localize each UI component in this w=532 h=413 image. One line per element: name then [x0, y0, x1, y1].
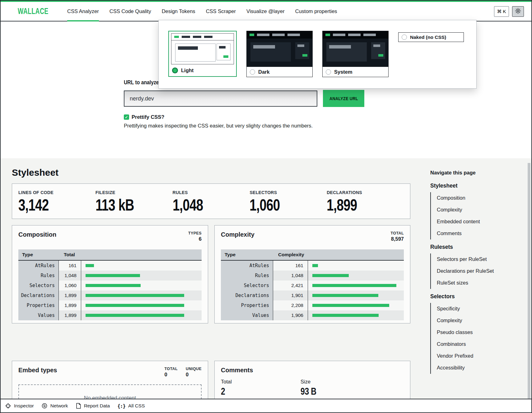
tab-css-scraper[interactable]: CSS Scraper — [206, 2, 236, 21]
row-value: 161 — [273, 261, 308, 271]
row-type: Properties — [221, 300, 273, 310]
page-toc: Navigate this page StylesheetComposition… — [430, 170, 508, 374]
prettify-checkbox[interactable]: ✓ — [124, 114, 129, 120]
tab-design-tokens[interactable]: Design Tokens — [162, 2, 195, 21]
theme-option-system[interactable]: System — [322, 31, 389, 77]
scrollbar-thumb[interactable] — [528, 163, 530, 399]
tab-css-analyzer[interactable]: CSS Analyzer — [67, 2, 99, 21]
toc-item[interactable]: RuleSet sizes — [431, 277, 508, 289]
tab-custom-properties[interactable]: Custom properties — [295, 2, 337, 21]
toc-item[interactable]: Complexity — [431, 204, 508, 216]
page-title: Stylesheet — [12, 167, 58, 178]
stylesheet-stats-card: LINES OF CODE 3,142FILESIZE 113 kBRULES … — [12, 183, 410, 219]
document-icon — [76, 403, 81, 409]
toc-item[interactable]: Comments — [431, 228, 508, 239]
dark-theme-preview — [247, 31, 312, 67]
theme-option-naked[interactable]: Naked (no CSS) — [398, 32, 464, 42]
toc-item[interactable]: Declarations per RuleSet — [431, 265, 508, 277]
embed-total-label: TOTAL — [164, 367, 178, 371]
toc-item-group: SpecificityComplexityPseudo classesCombi… — [430, 303, 508, 374]
column-header-total: Total — [59, 249, 202, 260]
row-type: Selectors — [221, 281, 273, 290]
value-bar — [312, 314, 379, 317]
table-row: Values 1,906 — [221, 310, 404, 320]
table-row: Properties 1,899 — [18, 300, 202, 310]
row-bar-cell — [308, 281, 404, 290]
command-palette-button[interactable]: ⌘ K — [494, 6, 509, 17]
stat: DECLARATIONS 1,899 — [327, 190, 404, 214]
table-row: Selectors 2,421 — [221, 281, 404, 290]
value-bar — [312, 284, 396, 287]
total-label: TOTAL — [390, 231, 404, 235]
table-row: Rules 1,048 — [18, 271, 202, 281]
value-bar — [86, 264, 94, 267]
row-bar-cell — [308, 300, 404, 310]
value-bar — [312, 264, 318, 267]
comments-size-value: 93 B — [301, 386, 316, 397]
table-row: Selectors 1,060 — [18, 281, 202, 290]
stat-label: DECLARATIONS — [327, 190, 404, 195]
toc-item[interactable]: Selectors per RuleSet — [431, 253, 508, 265]
theme-option-dark[interactable]: Dark — [246, 31, 313, 77]
row-type: Selectors — [18, 281, 59, 290]
row-bar-cell — [81, 310, 202, 320]
row-bar-cell — [81, 290, 202, 300]
analyze-url-button[interactable]: ANALYZE URL — [323, 90, 364, 107]
theme-toggle-button[interactable] — [512, 6, 524, 17]
toc-item[interactable]: Specificity — [431, 303, 508, 315]
row-bar-cell — [308, 310, 404, 320]
types-value: 6 — [188, 236, 202, 242]
toc-section-heading[interactable]: Selectors — [430, 293, 508, 300]
row-type: Declarations — [18, 290, 59, 300]
tab-visualize-layer[interactable]: Visualize @layer — [246, 2, 285, 21]
toc-item[interactable]: Composition — [431, 192, 508, 204]
tab-css-code-quality[interactable]: CSS Code Quality — [110, 2, 151, 21]
toc-item[interactable]: Pseudo classes — [431, 327, 508, 338]
row-value: 1,906 — [273, 310, 308, 320]
row-value: 161 — [59, 261, 81, 271]
toc-item[interactable]: Accessibility — [431, 362, 508, 374]
column-header-type: Type — [221, 249, 273, 260]
stat-value: 1,048 — [173, 196, 203, 214]
toc-item[interactable]: Embedded content — [431, 216, 508, 228]
toc-item-group: Selectors per RuleSetDeclarations per Ru… — [430, 253, 508, 289]
radio-dark[interactable] — [250, 69, 255, 75]
column-header-type: Type — [18, 249, 59, 260]
url-input[interactable] — [124, 90, 317, 107]
statusbar-network[interactable]: Network — [41, 403, 68, 409]
toc-item[interactable]: Vendor Prefixed — [431, 350, 508, 362]
toc-section-heading[interactable]: Rulesets — [430, 244, 508, 250]
row-bar-cell — [308, 261, 404, 271]
toc-item[interactable]: Combinators — [431, 338, 508, 350]
complexity-card: Complexity TOTAL 8,597 Type Complexity A… — [214, 225, 410, 323]
radio-naked[interactable] — [402, 35, 407, 40]
row-bar-cell — [308, 271, 404, 281]
table-row: Values 1,899 — [18, 310, 202, 320]
row-type: Values — [221, 310, 273, 320]
theme-label-light: Light — [181, 67, 194, 73]
top-navigation: WALLACE CSS Analyzer CSS Code Quality De… — [1, 2, 531, 21]
stat-value: 113 kB — [96, 196, 134, 214]
theme-option-light[interactable]: Light — [168, 31, 237, 77]
statusbar-inspector[interactable]: Inspector — [5, 403, 34, 409]
brand-logo[interactable]: WALLACE — [18, 7, 49, 16]
value-bar — [86, 284, 141, 287]
statusbar-all-css[interactable]: {:} All CSS — [117, 403, 145, 409]
row-value: 2,208 — [273, 300, 308, 310]
complexity-table: Type Complexity AtRules 161 Rules 1,048 — [221, 249, 404, 320]
toc-section-heading[interactable]: Stylesheet — [430, 183, 508, 189]
embed-unique-label: UNIQUE — [186, 367, 202, 371]
stat: FILESIZE 113 kB — [96, 190, 173, 214]
embed-total-value: 0 — [164, 372, 178, 378]
types-label: TYPES — [188, 231, 202, 235]
row-type: AtRules — [18, 261, 59, 271]
crosshair-icon — [5, 403, 11, 409]
radio-system[interactable] — [326, 69, 331, 75]
toc-item[interactable]: Complexity — [431, 315, 508, 327]
top-accent-strip — [1, 1, 531, 2]
dev-status-bar: Inspector Network Report Data {:} — [1, 399, 531, 412]
table-row: Properties 2,208 — [221, 300, 404, 310]
statusbar-report-data[interactable]: Report Data — [76, 403, 110, 409]
radio-light[interactable] — [172, 67, 178, 73]
nav-actions: ⌘ K — [494, 6, 524, 17]
